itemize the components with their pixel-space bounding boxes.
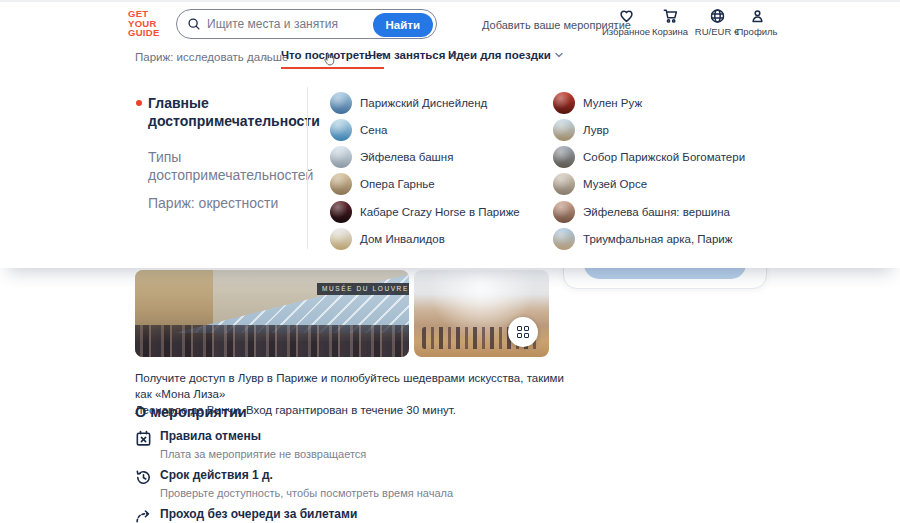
skip-line-icon xyxy=(135,508,152,523)
about-item-title: Проход без очереди за билетами xyxy=(160,507,357,522)
profile-button[interactable]: Профиль xyxy=(736,8,778,37)
category-main-attractions[interactable]: Главные достопримечательности xyxy=(148,94,310,130)
attraction-link-disneyland[interactable]: Парижский Диснейленд xyxy=(330,91,520,114)
attraction-link-seine[interactable]: Сена xyxy=(330,118,520,141)
attraction-thumbnail xyxy=(330,228,352,250)
category-label: Париж: окрестности xyxy=(148,195,278,211)
attractions-column-2: Мулен Руж Лувр Собор Парижской Богоматер… xyxy=(553,91,745,255)
nav-tab-label: Идеи для поездки xyxy=(448,49,551,61)
calendar-x-icon xyxy=(135,430,152,447)
about-item-subtitle: Плата за мероприятие не возвращается xyxy=(160,447,366,461)
grid-icon xyxy=(517,326,529,338)
secondary-nav: Париж: исследовать дальше Что посмотреть… xyxy=(0,46,900,70)
attraction-thumbnail xyxy=(553,173,575,195)
dropdown-divider xyxy=(307,87,308,249)
about-item-duration: Срок действия 1 д. Проверьте доступность… xyxy=(135,468,595,500)
attraction-thumbnail xyxy=(553,201,575,223)
attraction-link-eiffel-tower[interactable]: Эйфелева башня xyxy=(330,146,520,169)
attraction-link-eiffel-summit[interactable]: Эйфелева башня: вершина xyxy=(553,200,745,223)
museum-sign-text: MUSÉE DU LOUVRE xyxy=(317,283,409,295)
category-attraction-types[interactable]: Типы достопримечательностей xyxy=(148,148,310,184)
language-currency-button[interactable]: RU/EUR € xyxy=(692,8,742,37)
search-icon xyxy=(187,17,201,31)
active-category-bullet-icon xyxy=(136,100,142,106)
chevron-down-icon xyxy=(555,52,563,58)
nav-tab-label: Чем заняться xyxy=(368,49,445,61)
cart-label: Корзина xyxy=(652,26,688,37)
activity-photo-main[interactable]: MUSÉE DU LOUVRE xyxy=(135,270,409,357)
category-label: Типы достопримечательностей xyxy=(148,149,313,183)
attraction-thumbnail xyxy=(330,173,352,195)
favorites-label: Избранное xyxy=(602,26,650,37)
attraction-link-crazy-horse[interactable]: Кабаре Crazy Horse в Париже xyxy=(330,200,520,223)
queue-crowd-graphic xyxy=(135,325,409,357)
attraction-thumbnail xyxy=(553,119,575,141)
cart-button[interactable]: Корзина xyxy=(650,8,690,37)
attraction-link-moulin-rouge[interactable]: Мулен Руж xyxy=(553,91,745,114)
globe-icon xyxy=(709,8,726,24)
nav-tab-label: Что посмотреть xyxy=(281,49,372,61)
heart-icon xyxy=(618,8,635,24)
about-list: Правила отмены Плата за мероприятие не в… xyxy=(135,429,595,523)
profile-label: Профиль xyxy=(736,26,777,37)
attraction-link-invalides[interactable]: Дом Инвалидов xyxy=(330,227,520,250)
attraction-link-notre-dame[interactable]: Собор Парижской Богоматери xyxy=(553,146,745,169)
about-item-title: Срок действия 1 д. xyxy=(160,468,453,483)
about-item-subtitle: Проверьте доступность, чтобы посмотреть … xyxy=(160,486,453,500)
search-button[interactable]: Найти xyxy=(373,13,433,37)
what-to-see-dropdown: Главные достопримечательности Типы досто… xyxy=(0,70,900,268)
getyourguide-page: GET YOUR GUIDE Найти Добавить ваше мероп… xyxy=(0,0,900,523)
attraction-thumbnail xyxy=(330,119,352,141)
nav-separator-dot xyxy=(264,57,267,60)
attractions-column-1: Парижский Диснейленд Сена Эйфелева башня… xyxy=(330,91,520,255)
about-section-title: О мероприятии xyxy=(135,404,247,420)
attraction-link-opera-garnier[interactable]: Опера Гарнье xyxy=(330,173,520,196)
attraction-thumbnail xyxy=(330,146,352,168)
clock-history-icon xyxy=(135,469,152,486)
attraction-thumbnail xyxy=(553,92,575,114)
attraction-thumbnail xyxy=(330,92,352,114)
view-all-photos-button[interactable] xyxy=(508,317,538,347)
nav-tab-things-to-do[interactable]: Чем заняться xyxy=(368,49,457,67)
cart-icon xyxy=(662,8,679,24)
profile-icon xyxy=(749,8,766,24)
attraction-thumbnail xyxy=(553,228,575,250)
nav-tab-trip-ideas[interactable]: Идеи для поездки xyxy=(448,49,563,67)
attraction-thumbnail xyxy=(330,201,352,223)
category-paris-surroundings[interactable]: Париж: окрестности xyxy=(148,194,310,212)
about-item-cancellation: Правила отмены Плата за мероприятие не в… xyxy=(135,429,595,461)
language-currency-label: RU/EUR € xyxy=(695,26,739,37)
header: GET YOUR GUIDE Найти Добавить ваше мероп… xyxy=(0,2,900,46)
category-label: Главные достопримечательности xyxy=(148,95,320,129)
favorites-button[interactable]: Избранное xyxy=(604,8,648,37)
attraction-link-orsay[interactable]: Музей Орсе xyxy=(553,173,745,196)
about-item-skip-line: Проход без очереди за билетами xyxy=(135,507,595,523)
attraction-link-arc-de-triomphe[interactable]: Триумфальная арка, Париж xyxy=(553,227,745,250)
search-bar[interactable]: Найти xyxy=(176,9,437,39)
getyourguide-logo[interactable]: GET YOUR GUIDE xyxy=(128,9,160,38)
about-item-title: Правила отмены xyxy=(160,429,366,444)
logo-line: GUIDE xyxy=(128,28,160,38)
attraction-thumbnail xyxy=(553,146,575,168)
attraction-link-louvre[interactable]: Лувр xyxy=(553,118,745,141)
